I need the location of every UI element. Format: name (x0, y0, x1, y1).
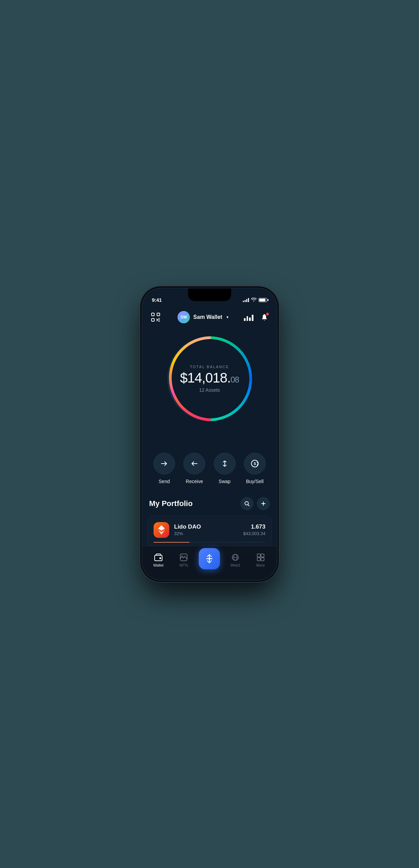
wifi-icon (251, 297, 257, 302)
svg-text:$: $ (254, 462, 256, 466)
lido-usd: $43,003.34 (243, 531, 265, 536)
wallet-nav-icon (154, 553, 163, 562)
wallet-name: Sam Wallet (193, 314, 222, 320)
asset-card-lido[interactable]: Lido DAO 32% 1.673 $43,003.34 (147, 516, 272, 548)
svg-line-13 (248, 505, 249, 506)
wallet-nav-label: Wallet (153, 563, 163, 567)
nfts-nav-icon (179, 553, 188, 562)
action-buttons: Send Receive Swap (142, 453, 277, 484)
assets-count: 12 Assets (180, 387, 239, 393)
swap-button[interactable]: Swap (214, 453, 236, 484)
swap-label: Swap (219, 479, 231, 484)
portfolio-title: My Portfolio (149, 499, 193, 508)
center-action-button[interactable] (199, 548, 220, 569)
svg-rect-0 (152, 313, 154, 316)
svg-rect-28 (261, 558, 264, 561)
receive-button[interactable]: Receive (183, 453, 205, 484)
svg-point-12 (245, 502, 248, 505)
signal-icon (243, 298, 249, 302)
svg-rect-26 (261, 554, 264, 557)
balance-amount: $14,018.08 (180, 371, 239, 385)
svg-rect-2 (152, 319, 154, 321)
phone-frame: 9:41 (142, 288, 277, 580)
svg-point-19 (182, 556, 183, 557)
more-nav-icon (256, 553, 265, 562)
portfolio-add-button[interactable] (257, 497, 270, 510)
nav-nfts[interactable]: NFTs (173, 553, 194, 567)
buysell-label: Buy/Sell (246, 479, 263, 484)
header: SW Sam Wallet ▾ (142, 307, 277, 327)
total-balance-label: TOTAL BALANCE (180, 365, 239, 369)
buysell-button[interactable]: $ Buy/Sell (244, 453, 266, 484)
balance-main: $14,018. (180, 370, 231, 385)
lido-progress (154, 542, 265, 543)
lido-name: Lido DAO (174, 523, 201, 530)
status-icons (243, 297, 267, 302)
portfolio-search-button[interactable] (240, 497, 253, 510)
chevron-down-icon: ▾ (226, 315, 228, 320)
lido-amount: 1.673 (243, 523, 265, 530)
portfolio-actions (240, 497, 270, 510)
nav-wallet[interactable]: Wallet (148, 553, 169, 567)
wallet-selector[interactable]: SW Sam Wallet ▾ (178, 311, 228, 323)
nav-web3[interactable]: Web3 (225, 553, 246, 567)
header-right (244, 312, 270, 323)
nav-more[interactable]: More (250, 553, 271, 567)
svg-rect-27 (257, 558, 260, 561)
portfolio-section: My Portfolio (142, 497, 277, 550)
lido-logo (154, 522, 169, 538)
svg-rect-25 (257, 554, 260, 557)
nfts-nav-label: NFTs (179, 563, 188, 567)
send-button[interactable]: Send (153, 453, 175, 484)
notification-button[interactable] (259, 312, 270, 323)
lido-percentage: 32% (174, 531, 201, 536)
chart-icon[interactable] (244, 313, 253, 321)
notification-badge (266, 312, 269, 316)
svg-rect-17 (159, 557, 161, 559)
scan-icon[interactable] (149, 311, 162, 324)
bottom-nav: Wallet NFTs (142, 546, 277, 580)
battery-icon (259, 298, 267, 302)
receive-label: Receive (186, 479, 203, 484)
balance-cents: 08 (231, 375, 239, 384)
portfolio-header: My Portfolio (142, 497, 277, 516)
web3-nav-label: Web3 (230, 563, 240, 567)
more-nav-label: More (256, 563, 265, 567)
web3-nav-icon (231, 553, 240, 562)
send-label: Send (159, 479, 170, 484)
avatar: SW (178, 311, 190, 323)
notch (188, 288, 231, 301)
balance-circle: TOTAL BALANCE $14,018.08 12 Assets (162, 331, 258, 427)
status-time: 9:41 (152, 297, 162, 303)
svg-rect-1 (157, 313, 160, 316)
balance-info: TOTAL BALANCE $14,018.08 12 Assets (180, 365, 239, 393)
balance-section: TOTAL BALANCE $14,018.08 12 Assets (142, 327, 277, 427)
